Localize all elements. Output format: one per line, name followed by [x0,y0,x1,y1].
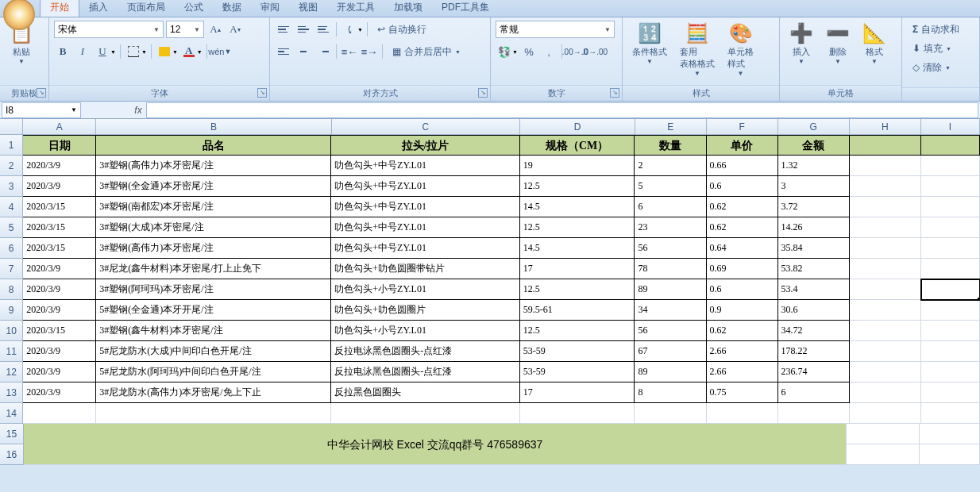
align-top-button[interactable] [275,21,292,38]
cell[interactable] [23,403,96,424]
row-header-4[interactable]: 4 [0,197,23,217]
cell[interactable]: 53.82 [778,259,850,279]
cell[interactable]: 14.5 [520,238,635,259]
cell[interactable]: 17 [520,259,635,279]
cell[interactable]: 0.62 [707,197,778,217]
cell[interactable] [850,362,921,382]
cell[interactable]: 反拉电泳黑色圆圈头-点红漆 [331,362,519,382]
tab-公式[interactable]: 公式 [175,0,213,17]
cell[interactable] [921,341,980,362]
cell[interactable]: 2020/3/15 [23,321,96,341]
cell[interactable]: 数量 [635,135,706,156]
cell[interactable] [850,279,921,300]
cell[interactable] [850,217,921,238]
col-header-I[interactable]: I [921,119,980,135]
cell-styles-button[interactable]: 🎨单元格 样式▼ [723,21,758,79]
cell[interactable]: 0.62 [707,321,778,341]
border-button[interactable] [125,43,142,60]
increase-font-icon[interactable]: A▴ [206,21,224,38]
cell[interactable]: 2020/3/9 [23,259,96,279]
row-header-5[interactable]: 5 [0,217,23,238]
cell[interactable]: 0.6 [707,279,778,300]
cell[interactable]: 2020/3/9 [23,382,96,403]
cell[interactable]: 78 [635,259,706,279]
cell[interactable]: 叻色勾头+叻色圆圈片 [331,300,519,321]
cell[interactable] [850,321,921,341]
cell[interactable] [920,444,980,465]
tab-开发工具[interactable]: 开发工具 [327,0,384,17]
row-header-1[interactable]: 1 [0,135,23,156]
cell[interactable] [778,403,850,424]
row-header-14[interactable]: 14 [0,403,23,424]
cell[interactable]: 0.69 [707,259,778,279]
cell[interactable]: 178.22 [778,341,850,362]
cell[interactable] [921,300,980,321]
cell[interactable]: 反拉电泳黑色圆圈头-点红漆 [331,341,519,362]
cell[interactable]: 1.32 [778,156,850,176]
cell[interactable]: 0.6 [707,176,778,197]
cell[interactable]: 叻色勾头+小号ZY.L01 [331,321,519,341]
cell[interactable]: 5#尼龙防水(大成)中间印白色开尾/注 [96,341,331,362]
cell[interactable]: 34 [635,300,706,321]
dialog-launcher[interactable]: ↘ [610,88,619,98]
font-color-button[interactable]: A [180,43,198,60]
cell[interactable]: 6 [778,382,850,403]
cell[interactable]: 5 [635,176,706,197]
cell[interactable]: 2020/3/15 [23,197,96,217]
cell[interactable] [847,424,920,444]
cell[interactable]: 19 [520,156,635,176]
font-size-combo[interactable]: 12▼ [166,21,204,38]
col-header-A[interactable]: A [23,119,96,135]
cell[interactable]: 2020/3/9 [23,279,96,300]
cell[interactable]: 2020/3/15 [23,238,96,259]
align-left-button[interactable] [275,43,292,60]
tab-视图[interactable]: 视图 [289,0,327,17]
col-header-F[interactable]: F [707,119,778,135]
phonetic-button[interactable]: wén▼ [211,43,229,60]
row-header-12[interactable]: 12 [0,362,23,382]
cell[interactable]: 8 [635,382,706,403]
cell[interactable]: 叻色勾头+中号ZY.L01 [331,176,519,197]
cell[interactable] [850,238,921,259]
cell[interactable] [850,341,921,362]
row-header-11[interactable]: 11 [0,341,23,362]
dialog-launcher[interactable]: ↘ [37,88,46,98]
cell[interactable] [635,403,706,424]
cell[interactable]: 14.26 [778,217,850,238]
tab-插入[interactable]: 插入 [79,0,118,17]
cell[interactable]: 30.6 [778,300,850,321]
cell[interactable]: 叻色勾头+中号ZY.L01 [331,156,519,176]
cell[interactable]: 89 [635,279,706,300]
cell[interactable] [921,279,980,300]
cell[interactable] [850,300,921,321]
cell[interactable]: 叻色勾头+中号ZY.L01 [331,238,519,259]
cell[interactable]: 34.72 [778,321,850,341]
cell[interactable]: 3.72 [778,197,850,217]
cell[interactable]: 0.64 [707,238,778,259]
cell[interactable]: 14.5 [520,197,635,217]
cell[interactable] [921,217,980,238]
align-middle-button[interactable] [295,21,312,38]
cell[interactable] [850,382,921,403]
cell[interactable]: 3#塑钢(高伟力)本牙密尾/注 [96,238,331,259]
cell[interactable]: 0.9 [707,300,778,321]
increase-decimal-button[interactable]: .00→.0 [566,43,584,60]
cell[interactable]: 0.75 [707,382,778,403]
row-header-9[interactable]: 9 [0,300,23,321]
autosum-button[interactable]: Σ自动求和 [907,21,965,38]
cell[interactable]: 单价 [707,135,778,156]
cell[interactable]: 89 [635,362,706,382]
formula-input[interactable] [146,102,978,118]
tab-开始[interactable]: 开始 [40,0,79,17]
cell[interactable]: 0.62 [707,217,778,238]
cell[interactable]: 3#塑钢(阿珂玛)本牙密尾/注 [96,279,331,300]
cell[interactable]: 236.74 [778,362,850,382]
cell[interactable] [921,321,980,341]
cell[interactable]: 56 [635,321,706,341]
orientation-button[interactable]: ⤹ [341,21,358,38]
row-header-7[interactable]: 7 [0,259,23,279]
cell[interactable] [850,176,921,197]
col-header-H[interactable]: H [850,119,921,135]
clear-button[interactable]: ◇清除▼ [907,59,965,76]
fill-button[interactable]: ⬇填充▼ [907,40,965,57]
